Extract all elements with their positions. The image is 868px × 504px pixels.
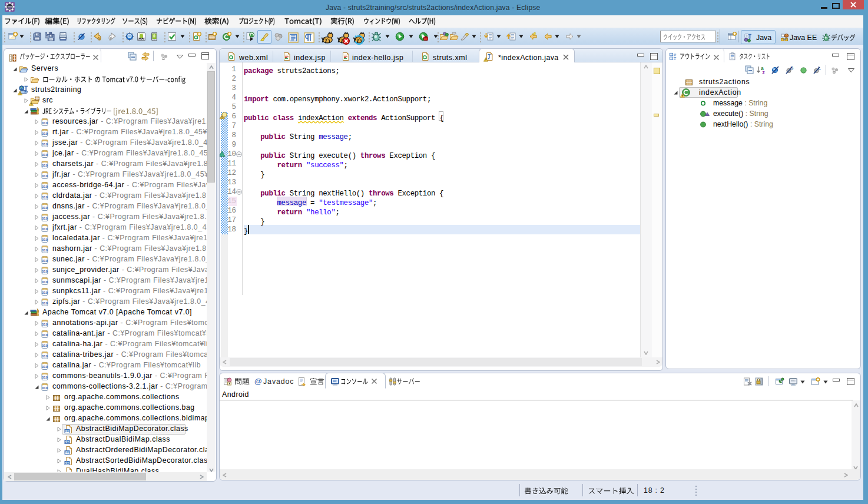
svg-text:010: 010: [42, 323, 48, 326]
svg-text:010: 010: [65, 440, 69, 443]
svg-text:010: 010: [42, 142, 48, 146]
svg-text:010: 010: [42, 164, 48, 167]
svg-text:010: 010: [42, 365, 48, 369]
svg-text:010: 010: [42, 354, 48, 358]
svg-text:010: 010: [42, 248, 48, 252]
svg-text:010: 010: [42, 217, 48, 220]
svg-text:010: 010: [42, 333, 48, 337]
svg-text:010: 010: [65, 451, 69, 454]
svg-text:010: 010: [42, 185, 48, 188]
svg-text:010: 010: [42, 280, 48, 284]
svg-text:010: 010: [42, 259, 48, 263]
svg-text:010: 010: [42, 132, 48, 135]
svg-text:010: 010: [42, 386, 48, 390]
svg-text:010: 010: [42, 270, 48, 273]
svg-text:010: 010: [42, 206, 48, 210]
svg-text:010: 010: [65, 462, 69, 465]
svg-text:010: 010: [42, 227, 48, 231]
svg-text:010: 010: [42, 291, 48, 294]
svg-text:010: 010: [42, 121, 48, 125]
svg-text:010: 010: [42, 376, 48, 379]
svg-text:010: 010: [42, 301, 48, 305]
svg-text:010: 010: [42, 153, 48, 157]
svg-text:010: 010: [65, 430, 69, 433]
svg-text:z: z: [763, 69, 765, 75]
svg-text:010: 010: [42, 344, 48, 347]
svg-text:010: 010: [42, 238, 48, 241]
svg-text:010: 010: [42, 195, 48, 199]
svg-text:010: 010: [42, 174, 48, 178]
